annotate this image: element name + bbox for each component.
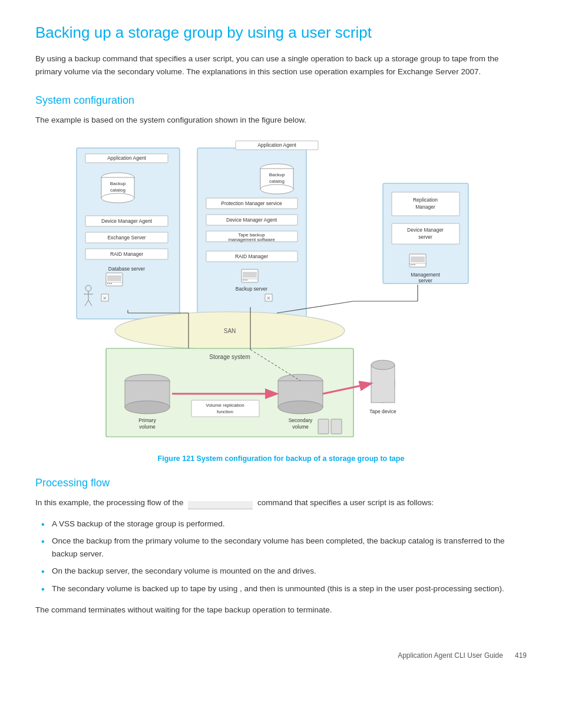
bullet-1: A VSS backup of the storage group is per… xyxy=(41,518,527,531)
svg-rect-101 xyxy=(318,419,329,434)
svg-text:function: function xyxy=(217,409,233,414)
closing-text: The command terminates without waiting f… xyxy=(35,604,527,617)
svg-text:management software: management software xyxy=(228,237,275,242)
svg-point-74 xyxy=(412,264,414,265)
svg-text:server: server xyxy=(418,234,432,240)
footer-app-name: Application Agent CLI User Guide xyxy=(398,651,503,660)
processing-flow-section: Processing flow In this example, the pro… xyxy=(35,477,527,616)
svg-text:Device Manager: Device Manager xyxy=(407,227,444,233)
svg-point-22 xyxy=(109,283,110,284)
svg-text:catalog: catalog xyxy=(269,179,285,184)
diagram-svg: Application Agent Backup catalog Device … xyxy=(71,136,495,449)
svg-point-5 xyxy=(101,193,134,203)
svg-text:✕: ✕ xyxy=(266,295,271,301)
processing-bullets: A VSS backup of the storage group is per… xyxy=(35,518,527,595)
footer-page-number: 419 xyxy=(515,651,527,660)
svg-text:catalog: catalog xyxy=(110,187,125,193)
svg-point-98 xyxy=(371,360,395,370)
processing-flow-heading: Processing flow xyxy=(35,477,527,489)
svg-text:✕: ✕ xyxy=(103,295,107,301)
svg-point-75 xyxy=(414,264,415,265)
svg-point-21 xyxy=(107,283,108,284)
svg-text:Device Manager Agent: Device Manager Agent xyxy=(101,218,153,224)
svg-text:volume: volume xyxy=(292,424,309,430)
system-diagram: Application Agent Backup catalog Device … xyxy=(71,136,527,449)
svg-rect-97 xyxy=(371,365,395,403)
svg-text:Exchange Server: Exchange Server xyxy=(107,235,146,241)
bullet-4: The secondary volume is backed up to tap… xyxy=(41,582,527,595)
svg-point-55 xyxy=(244,279,246,281)
svg-point-84 xyxy=(125,401,170,414)
svg-text:Device Manager Agent: Device Manager Agent xyxy=(226,217,277,223)
svg-point-54 xyxy=(243,279,244,281)
svg-point-56 xyxy=(246,279,247,281)
svg-text:Backup: Backup xyxy=(110,181,126,186)
svg-text:Primary: Primary xyxy=(138,417,156,423)
svg-text:SAN: SAN xyxy=(224,328,236,334)
svg-text:volume: volume xyxy=(139,424,156,430)
svg-text:Tape device: Tape device xyxy=(369,409,396,414)
system-config-intro: The example is based on the system confi… xyxy=(35,114,527,127)
system-config-heading: System configuration xyxy=(35,94,527,107)
svg-text:Application Agent: Application Agent xyxy=(257,142,296,148)
svg-text:Application Agent: Application Agent xyxy=(107,155,146,161)
svg-text:Manager: Manager xyxy=(415,204,435,210)
svg-text:Secondary: Secondary xyxy=(289,417,313,423)
svg-point-23 xyxy=(111,283,112,284)
processing-intro: In this example, the processing flow of … xyxy=(35,496,527,509)
svg-point-92 xyxy=(278,401,323,414)
svg-text:server: server xyxy=(418,278,432,284)
page-title: Backing up a storage group by using a us… xyxy=(35,24,527,42)
svg-text:RAID Manager: RAID Manager xyxy=(235,253,268,259)
svg-text:Backup: Backup xyxy=(269,172,285,177)
svg-text:Management: Management xyxy=(411,272,440,278)
svg-text:RAID Manager: RAID Manager xyxy=(110,251,143,257)
figure-caption: Figure 121 System configuration for back… xyxy=(35,454,527,463)
svg-text:Storage system: Storage system xyxy=(209,354,250,360)
svg-text:Backup server: Backup server xyxy=(236,286,267,292)
intro-text: By using a backup command that specifies… xyxy=(35,52,527,78)
svg-text:Volume replication: Volume replication xyxy=(206,403,244,408)
bullet-3: On the backup server, the secondary volu… xyxy=(41,565,527,578)
svg-rect-102 xyxy=(331,419,342,434)
svg-text:Database server: Database server xyxy=(108,266,146,272)
svg-text:Replication: Replication xyxy=(413,197,438,203)
svg-point-73 xyxy=(411,264,412,265)
svg-text:Protection Manager service: Protection Manager service xyxy=(221,200,282,206)
svg-point-36 xyxy=(260,185,293,194)
bullet-2: Once the backup from the primary volume … xyxy=(41,535,527,560)
